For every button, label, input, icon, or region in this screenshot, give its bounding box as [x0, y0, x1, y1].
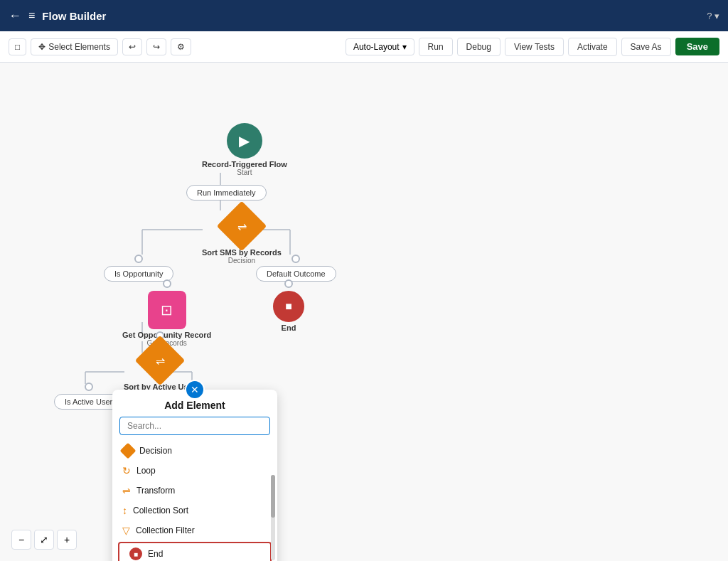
loop-label: Loop	[136, 466, 156, 476]
save-as-button[interactable]: Save As	[621, 38, 671, 56]
connector-dot	[85, 383, 93, 391]
connector-dot	[284, 279, 293, 288]
sort-active-diamond[interactable]: ⇌	[134, 336, 185, 386]
activate-button[interactable]: Activate	[568, 38, 617, 56]
panel-scrollthumb[interactable]	[271, 475, 275, 518]
undo-button[interactable]: ↩	[122, 38, 142, 55]
connector-dot	[291, 255, 300, 263]
collection-filter-label: Collection Filter	[136, 525, 195, 535]
panel-search-container	[119, 417, 270, 435]
select-elements-button[interactable]: ✥ Select Elements	[31, 38, 118, 55]
collection-sort-label: Collection Sort	[133, 506, 188, 515]
list-item-end[interactable]: ■ End	[118, 542, 272, 561]
help-button[interactable]: ? ▾	[707, 11, 719, 21]
redo-button[interactable]: ↪	[146, 38, 166, 55]
run-immediately-node[interactable]: Run Immediately	[186, 185, 267, 201]
list-item-loop[interactable]: ↻ Loop	[112, 461, 277, 481]
start-circle[interactable]: ▶	[227, 123, 262, 159]
back-button[interactable]: ←	[9, 9, 21, 23]
panel-scrollbar[interactable]	[271, 475, 275, 560]
zoom-controls: − ⤢ +	[11, 530, 77, 550]
list-item-decision[interactable]: Decision	[112, 441, 277, 461]
flow-canvas: ▶ Record-Triggered Flow Start Run Immedi…	[0, 63, 728, 561]
save-button[interactable]: Save	[675, 38, 719, 55]
view-tests-button[interactable]: View Tests	[505, 38, 564, 56]
auto-layout-button[interactable]: Auto-Layout ▾	[346, 38, 414, 55]
toolbar: □ ✥ Select Elements ↩ ↪ ⚙ Auto-Layout ▾ …	[0, 31, 728, 63]
list-item-transform[interactable]: ⇌ Transform	[112, 481, 277, 501]
run-button[interactable]: Run	[419, 38, 453, 56]
zoom-out-button[interactable]: −	[11, 530, 31, 550]
element-list: Decision ↻ Loop ⇌ Transform ↕ Collection…	[112, 441, 277, 561]
end-node[interactable]: ■ End	[273, 279, 304, 332]
end-label: End	[148, 549, 163, 559]
search-input[interactable]	[119, 417, 270, 435]
end-circle[interactable]: ■	[273, 291, 304, 322]
flow-connectors	[0, 63, 728, 561]
connector-dot	[134, 255, 143, 263]
app-title: Flow Builder	[42, 10, 700, 22]
debug-button[interactable]: Debug	[457, 38, 500, 56]
zoom-fit-button[interactable]: ⤢	[34, 530, 54, 550]
list-item-collection-filter[interactable]: ▽ Collection Filter	[112, 520, 277, 540]
sort-sms-diamond[interactable]: ⇌	[217, 201, 267, 252]
start-node[interactable]: ▶ Record-Triggered Flow Start	[202, 123, 287, 176]
panel-toggle-button[interactable]: □	[9, 38, 26, 55]
list-item-collection-sort[interactable]: ↕ Collection Sort	[112, 501, 277, 520]
dropdown-icon: ▾	[402, 42, 407, 52]
app-header: ← ≡ Flow Builder ? ▾	[0, 0, 728, 31]
zoom-in-button[interactable]: +	[57, 530, 77, 550]
default-outcome-1-node[interactable]: Default Outcome	[256, 255, 336, 282]
transform-label: Transform	[136, 486, 175, 496]
select-icon: ✥	[38, 42, 46, 52]
decision-label: Decision	[139, 446, 172, 456]
settings-button[interactable]: ⚙	[171, 38, 191, 55]
is-opportunity-node[interactable]: Is Opportunity	[104, 255, 173, 282]
app-icon: ≡	[28, 9, 35, 22]
get-opportunity-record[interactable]: ⊡	[148, 291, 186, 329]
panel-close-button[interactable]: ✕	[185, 380, 205, 400]
connector-dot	[163, 279, 171, 288]
add-element-panel: ✕ Add Element Decision ↻ Loop ⇌ Transfor…	[112, 390, 277, 561]
